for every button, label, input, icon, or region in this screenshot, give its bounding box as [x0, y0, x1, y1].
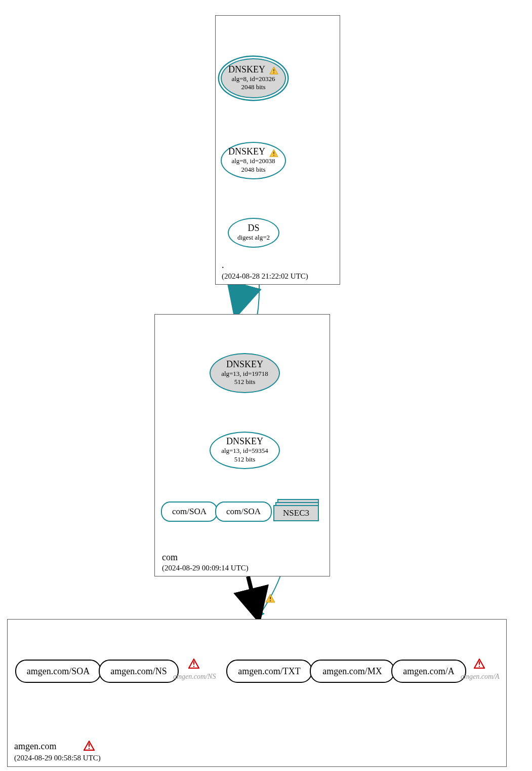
svg-rect-1	[273, 72, 274, 73]
svg-rect-7	[89, 748, 90, 749]
ghost-amgen-a-label: amgen.com/A	[461, 673, 500, 681]
zone-amgen	[7, 619, 507, 767]
zone-root-timestamp: (2024-08-28 21:22:02 UTC)	[222, 272, 308, 281]
com-ksk-bits: 512 bits	[234, 378, 256, 387]
record-amgen-ns[interactable]: amgen.com/NS	[99, 660, 179, 683]
record-amgen-mx[interactable]: amgen.com/MX	[310, 660, 395, 683]
com-nsec3[interactable]: NSEC3	[273, 499, 319, 520]
com-ksk-alg: alg=13, id=19718	[221, 370, 268, 378]
root-ds-title: DS	[248, 223, 259, 234]
com-soa-1-label: com/SOA	[172, 507, 207, 517]
error-icon	[188, 659, 198, 668]
com-soa-2[interactable]: com/SOA	[215, 502, 272, 522]
svg-rect-3	[273, 155, 274, 156]
svg-rect-5	[270, 600, 271, 601]
zone-com-label: com	[162, 552, 178, 563]
root-ksk-title: DNSKEY	[228, 64, 265, 74]
com-zsk-alg: alg=13, id=59354	[221, 447, 268, 455]
zone-amgen-label: amgen.com	[14, 741, 56, 752]
record-amgen-soa-label: amgen.com/SOA	[27, 666, 90, 677]
error-icon	[84, 741, 94, 750]
root-ds-sub: digest alg=2	[237, 234, 270, 242]
error-icon	[474, 659, 484, 668]
ghost-amgen-ns-label: amgen.com/NS	[173, 673, 216, 681]
root-ksk-dnskey[interactable]: DNSKEY alg=8, id=20326 2048 bits	[221, 58, 286, 98]
record-amgen-ns-label: amgen.com/NS	[110, 666, 167, 677]
com-soa-1[interactable]: com/SOA	[161, 502, 218, 522]
svg-rect-6	[89, 744, 90, 747]
com-zsk-title: DNSKEY	[226, 437, 263, 447]
zone-amgen-error	[84, 741, 94, 752]
root-ksk-bits: 2048 bits	[241, 83, 265, 92]
com-nsec3-label: NSEC3	[283, 508, 309, 518]
ghost-amgen-a-error	[474, 659, 484, 670]
record-amgen-soa[interactable]: amgen.com/SOA	[15, 660, 101, 683]
zone-root-label: .	[222, 260, 224, 271]
ghost-amgen-ns-error	[188, 659, 198, 670]
svg-rect-4	[270, 597, 271, 599]
com-zsk-dnskey[interactable]: DNSKEY alg=13, id=59354 512 bits	[210, 432, 280, 469]
record-amgen-a-label: amgen.com/A	[403, 666, 454, 677]
record-amgen-txt-label: amgen.com/TXT	[238, 666, 300, 677]
com-ksk-title: DNSKEY	[226, 360, 263, 370]
svg-rect-8	[193, 662, 194, 665]
root-ds[interactable]: DS digest alg=2	[228, 218, 279, 248]
svg-rect-2	[273, 151, 274, 153]
zone-com-timestamp: (2024-08-29 00:09:14 UTC)	[162, 564, 249, 572]
record-amgen-txt[interactable]: amgen.com/TXT	[226, 660, 312, 683]
root-zsk-bits: 2048 bits	[241, 166, 265, 174]
root-zsk-title: DNSKEY	[228, 146, 265, 157]
svg-rect-11	[479, 666, 480, 667]
svg-rect-0	[273, 69, 274, 71]
com-ksk-dnskey[interactable]: DNSKEY alg=13, id=19718 512 bits	[210, 353, 280, 393]
svg-rect-10	[479, 662, 480, 665]
warning-icon	[269, 149, 278, 157]
record-amgen-a[interactable]: amgen.com/A	[391, 660, 466, 683]
zone-amgen-timestamp: (2024-08-29 00:58:58 UTC)	[14, 754, 101, 762]
root-zsk-dnskey[interactable]: DNSKEY alg=8, id=20038 2048 bits	[221, 142, 286, 179]
warning-icon	[269, 66, 278, 74]
com-soa-2-label: com/SOA	[226, 507, 261, 517]
root-zsk-alg: alg=8, id=20038	[231, 157, 275, 166]
warning-icon	[265, 594, 274, 602]
com-zsk-bits: 512 bits	[234, 455, 256, 464]
record-amgen-mx-label: amgen.com/MX	[322, 666, 382, 677]
svg-rect-9	[193, 666, 194, 667]
delegation-warning	[263, 593, 274, 602]
root-ksk-alg: alg=8, id=20326	[231, 75, 275, 84]
